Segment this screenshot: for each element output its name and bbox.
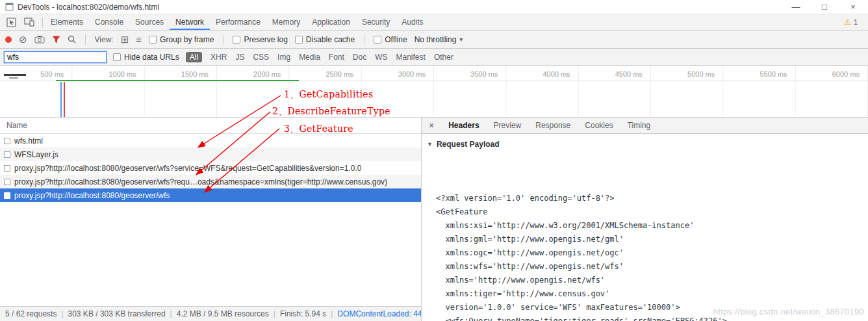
devtools-window: DevTools - localhost:8020/demo/wfs.html … [0,0,868,321]
view-label: View: [95,35,114,44]
timeline-tick: 3000 ms [362,66,434,81]
offline-toggle[interactable]: Offline [374,35,407,44]
detail-tab[interactable]: Timing [620,121,658,130]
name-column-header[interactable]: Name [0,118,421,134]
devtools-tabbar: ElementsConsoleSourcesNetworkPerformance… [0,14,868,31]
devtools-tab[interactable]: Application [306,14,356,30]
network-request-row[interactable]: proxy.jsp?http://localhost:8080/geoserve… [0,161,421,175]
disable-cache-toggle[interactable]: Disable cache [295,35,355,44]
disable-cache-checkbox[interactable] [295,36,303,44]
dcl-event-line [60,82,62,117]
resource-type-filter[interactable]: Img [277,52,290,62]
close-detail-icon[interactable]: × [422,120,441,131]
detail-tab[interactable]: Headers [441,121,486,130]
offline-checkbox[interactable] [374,36,381,44]
view-list-icon[interactable]: ≡ [136,34,142,44]
device-toolbar-icon[interactable] [21,14,38,30]
headers-pane: ▼ Request Payload <?xml version='1.0' en… [422,134,868,321]
request-payload-xml: <?xml version='1.0' encoding='utf-8'?><G… [422,151,868,321]
payload-line: xmlns:xsi='http://www.w3.org/2001/XMLSch… [436,219,868,233]
timeline-tick: 6000 ms [796,66,868,81]
disclosure-triangle-icon: ▼ [427,141,433,148]
devtools-tab[interactable]: Elements [45,14,89,30]
screenshot-camera-icon[interactable] [34,35,45,44]
resource-type-filter[interactable]: Other [434,52,453,62]
payload-line: xmlns:ogc='http://www.opengis.net/ogc' [436,246,868,260]
network-main: Name wfs.html WFSLayer.js pro [0,118,868,321]
network-request-row[interactable]: wfs.html [0,134,421,148]
devtools-tab[interactable]: Console [89,14,129,30]
throttling-select[interactable]: No throttling ▾ [415,35,463,44]
divider [42,17,43,27]
request-payload-toggle[interactable]: ▼ Request Payload [422,134,868,151]
network-overview[interactable] [0,81,868,118]
summary-segment: 303 KB / 303 KB transferred [57,309,165,318]
detail-tab[interactable]: Cookies [578,121,620,130]
titlebar: DevTools - localhost:8020/demo/wfs.html … [0,0,868,14]
annotation-get-capabilities: 1、GetCapabilities [284,89,373,101]
request-name: WFSLayer.js [14,150,58,159]
payload-line: <GetFeature [436,205,868,219]
network-summary-bar: 5 / 62 requests303 KB / 303 KB transferr… [0,306,421,321]
file-icon [4,192,10,199]
throttling-value: No throttling [415,35,457,44]
group-by-frame-toggle[interactable]: Group by frame [149,35,214,44]
record-icon[interactable] [5,36,12,43]
close-icon[interactable]: × [849,2,858,12]
detail-tab[interactable]: Response [528,121,578,130]
resource-type-filter[interactable]: Font [329,52,344,62]
payload-line: xmlns='http://www.opengis.net/wfs' [436,274,868,287]
preserve-log-toggle[interactable]: Preserve log [233,35,287,44]
detail-tabbar: × HeadersPreviewResponseCookiesTiming [422,118,868,134]
devtools-tab[interactable]: Security [356,14,396,30]
minimize-icon[interactable]: — [791,2,800,12]
annotation-get-feature: 3、GetFeature [284,123,353,135]
preserve-log-label: Preserve log [244,35,287,44]
view-grid-icon[interactable]: ⊞ [121,34,129,44]
offline-label: Offline [385,35,407,44]
load-event-line [64,82,65,117]
devtools-tab[interactable]: Performance [210,14,266,30]
network-request-row[interactable]: proxy.jsp?http://localhost:8080/geoserve… [0,188,421,202]
network-request-row[interactable]: proxy.jsp?http://localhost:8080/geoserve… [0,175,421,188]
filter-funnel-icon[interactable] [52,36,60,44]
devtools-tab[interactable]: Network [170,14,210,30]
timeline-tick: 3500 ms [434,66,506,81]
timeline-tick: 2500 ms [289,66,361,81]
devtools-tabs: ElementsConsoleSourcesNetworkPerformance… [45,14,429,30]
preserve-log-checkbox[interactable] [233,36,240,44]
inspect-icon[interactable] [3,14,19,30]
search-icon[interactable] [68,35,76,44]
detail-tab[interactable]: Preview [487,121,529,130]
hide-data-urls-toggle[interactable]: Hide data URLs [113,53,179,62]
resource-type-filter[interactable]: Manifest [396,52,426,62]
resource-type-filter[interactable]: Media [299,52,320,62]
warning-badge[interactable]: ⚠ 1 [844,14,868,30]
warning-count: 1 [854,18,858,26]
file-icon [4,165,10,172]
resource-type-filter[interactable]: WS [375,52,387,62]
devtools-tab[interactable]: Sources [129,14,170,30]
hide-data-urls-label: Hide data URLs [124,53,179,62]
detail-tabs: HeadersPreviewResponseCookiesTiming [441,121,657,130]
devtools-tab[interactable]: Audits [396,14,429,30]
resource-type-filter[interactable]: JS [235,52,244,62]
filter-input[interactable] [4,51,107,63]
resource-type-filter[interactable]: CSS [253,52,269,62]
annotation-describe-feature-type: 2、DescribeFeatureType [272,106,390,118]
resource-type-filter[interactable]: All [186,52,202,62]
divider [223,34,223,45]
clear-icon[interactable]: ⊘ [19,34,27,44]
resource-type-filter[interactable]: Doc [353,52,366,62]
disable-cache-label: Disable cache [306,35,355,44]
resource-type-filter[interactable]: XHR [211,52,227,62]
maximize-icon[interactable]: □ [820,2,829,12]
group-by-frame-checkbox[interactable] [149,36,157,44]
overview-waterfall-marks [4,74,26,76]
resource-type-filters: AllXHRJSCSSImgMediaFontDocWSManifestOthe… [186,52,453,62]
network-request-row[interactable]: WFSLayer.js [0,148,421,161]
payload-line: xmlns:tiger='http://www.census.gov' [436,287,868,301]
summary-segment[interactable]: DOMContentLoaded: 442 … [326,309,421,318]
hide-data-urls-checkbox[interactable] [113,53,121,61]
devtools-tab[interactable]: Memory [266,14,306,30]
